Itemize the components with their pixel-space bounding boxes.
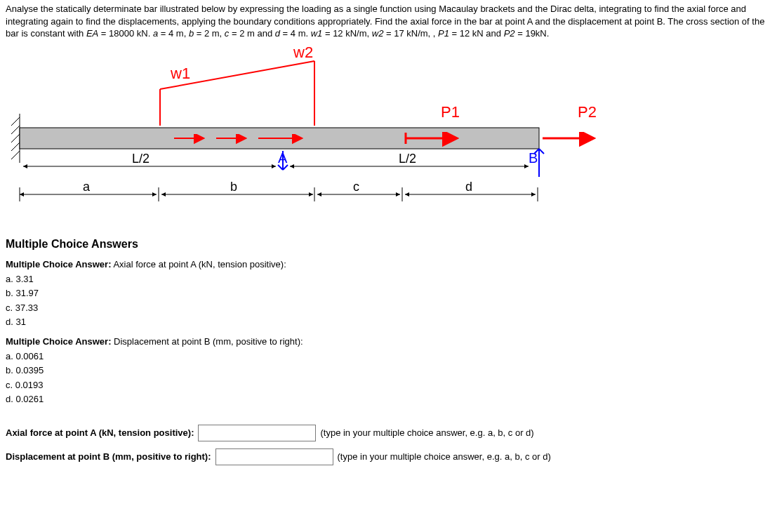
svg-line-3 (11, 134, 20, 142)
dim-b (161, 187, 314, 201)
mc-q1-prompt: Multiple Choice Answer: Axial force at p… (6, 258, 771, 271)
label-w2: w2 (293, 47, 313, 61)
problem-statement: Analyse the statically determinate bar i… (6, 3, 771, 40)
fixed-support-icon (11, 114, 20, 163)
mc-q2-opt-b: b. 0.0395 (6, 364, 771, 377)
mc-q2-prompt: Multiple Choice Answer: Displacement at … (6, 335, 771, 348)
label-a-point: A (278, 150, 288, 166)
mc-heading: Multiple Choice Answers (6, 237, 771, 252)
svg-line-4 (11, 142, 20, 151)
answer2-label: Displacement at point B (mm, positive to… (6, 451, 211, 463)
answer2-input[interactable] (215, 448, 333, 465)
label-w1: w1 (170, 65, 190, 82)
svg-line-20 (539, 149, 544, 154)
dim-c (317, 187, 402, 201)
svg-line-16 (278, 165, 283, 170)
answer1-input[interactable] (198, 425, 316, 441)
svg-line-2 (11, 126, 20, 134)
answer2-hint: (type in your multiple choice answer, e.… (338, 451, 551, 463)
svg-line-5 (11, 151, 20, 159)
mc-q1-opt-a: a. 3.31 (6, 273, 771, 286)
bar-diagram: w1 w2 P1 P2 A B L/2 L/2 (6, 47, 651, 222)
label-b-point: B (529, 150, 538, 166)
svg-line-1 (11, 117, 20, 126)
label-d-dim: d (465, 180, 472, 194)
mc-q1-opt-c: c. 37.33 (6, 302, 771, 314)
label-lhalf-2: L/2 (399, 152, 416, 166)
answer1-label: Axial force at point A (kN, tension posi… (6, 427, 194, 439)
mc-q2-opt-a: a. 0.0061 (6, 350, 771, 363)
mc-q2-opt-c: c. 0.0193 (6, 379, 771, 392)
svg-line-17 (283, 165, 288, 170)
label-a-dim: a (83, 180, 91, 194)
label-b-dim: b (230, 180, 237, 194)
label-p2: P2 (578, 103, 597, 121)
label-p1: P1 (441, 103, 460, 121)
mc-q1-opt-d: d. 31 (6, 316, 771, 328)
answer1-hint: (type in your multiple choice answer, e.… (320, 427, 533, 439)
mc-q2-opt-d: d. 0.0261 (6, 393, 771, 406)
label-c-dim: c (353, 180, 359, 194)
mc-q1-opt-b: b. 31.97 (6, 287, 771, 300)
label-lhalf-1: L/2 (132, 152, 150, 166)
